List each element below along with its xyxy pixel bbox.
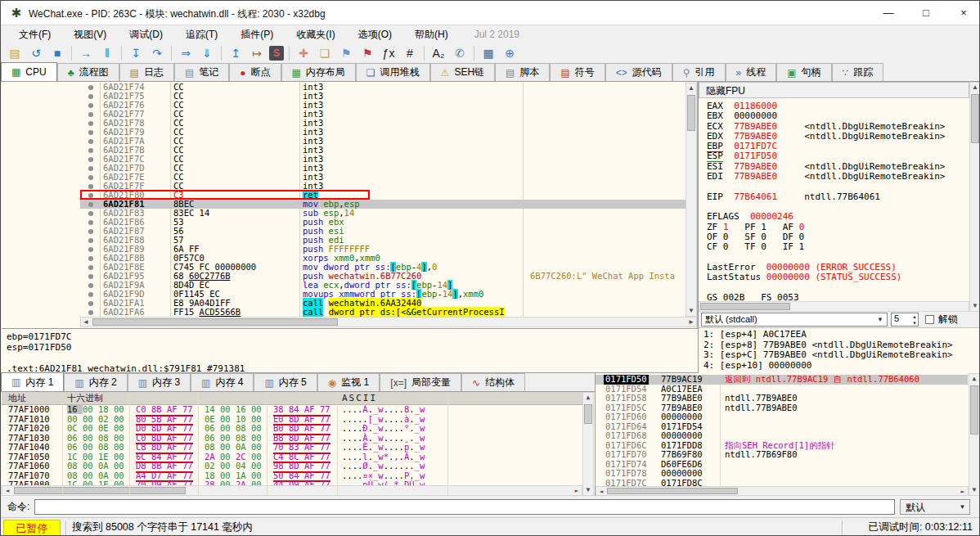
disasm-row[interactable]: 6AD21FA6FF15 ACD5566Bcall dword ptr ds:[… bbox=[80, 308, 686, 317]
dump-panel[interactable]: 地址 十六进制 ASCII 77AF100016 00 18 00C0 8B A… bbox=[2, 392, 595, 496]
restart-icon[interactable]: ↺ bbox=[27, 45, 45, 61]
stack-row[interactable]: 0171FD640171FD54 bbox=[596, 422, 968, 432]
tab-cpu[interactable]: ▦CPU bbox=[1, 62, 57, 81]
run-to-user-code-icon[interactable]: ↦ bbox=[248, 45, 266, 61]
disasm-row[interactable]: 6AD21F74CCint3 bbox=[80, 83, 686, 92]
registers-hscrollbar[interactable] bbox=[699, 301, 969, 312]
tab-notes[interactable]: ▤笔记 bbox=[174, 63, 229, 81]
step-into-icon[interactable]: ↧ bbox=[127, 45, 145, 61]
close-button[interactable]: × bbox=[946, 1, 980, 25]
menu-file[interactable]: 文件(F) bbox=[11, 27, 59, 42]
tab-call-stack[interactable]: ❏调用堆栈 bbox=[356, 63, 430, 81]
run-icon[interactable]: → bbox=[77, 45, 95, 61]
tab-symbols[interactable]: ▤符号 bbox=[550, 63, 605, 81]
disasm-row[interactable]: 6AD21F896A FFpush FFFFFFFF bbox=[80, 245, 686, 254]
stop-icon[interactable]: ■ bbox=[48, 45, 66, 61]
tab-memory-map[interactable]: ▦内存布局 bbox=[281, 63, 356, 81]
disasm-row[interactable]: 6AD21F7CCCint3 bbox=[80, 155, 686, 164]
disasm-vscrollbar[interactable]: ▲ ▼ bbox=[686, 83, 697, 317]
tab-locals[interactable]: [x=]局部变量 bbox=[380, 373, 461, 391]
stack-row[interactable]: 0171FD6C0171FDD8指向SEH_Record[1]的指针 bbox=[596, 441, 968, 451]
breakpoint-dot-icon[interactable] bbox=[88, 301, 93, 306]
label-icon[interactable]: ⚑ bbox=[337, 45, 355, 61]
breakpoint-dot-icon[interactable] bbox=[88, 229, 93, 234]
scroll-up-arrow[interactable]: ▲ bbox=[686, 83, 696, 93]
disasm-row[interactable]: 6AD21F818BECmov ebp,esp bbox=[80, 200, 686, 209]
scroll-down-arrow[interactable]: ▼ bbox=[686, 306, 696, 316]
breakpoint-dot-icon[interactable] bbox=[88, 130, 93, 135]
registers-vscrollbar[interactable]: ▲ ▼ bbox=[969, 82, 980, 312]
disasm-row[interactable]: 6AD21F78CCint3 bbox=[80, 119, 686, 128]
disasm-row[interactable]: 6AD21F8857push edi bbox=[80, 236, 686, 245]
stack-row[interactable]: 0171FD7077B69F80ntdll.77B69F80 bbox=[596, 450, 968, 460]
menu-options[interactable]: 选项(O) bbox=[350, 27, 400, 42]
tab-dump-2[interactable]: ▥内存 2 bbox=[64, 373, 127, 391]
tab-log[interactable]: ▤日志 bbox=[119, 63, 174, 81]
stack-row[interactable]: 0171FD5077B9AC19返回到 ntdll.77B9AC19 自 ntd… bbox=[596, 375, 968, 385]
unlock-checkbox[interactable] bbox=[925, 315, 934, 324]
argument-count-stepper[interactable]: 5 ▲▼ bbox=[891, 313, 919, 327]
assemble-icon[interactable]: A₂ bbox=[429, 45, 447, 61]
bookmark-icon[interactable]: ⚑ bbox=[358, 45, 376, 61]
command-script-select[interactable]: 默认 ▼ bbox=[900, 499, 970, 515]
tab-threads[interactable]: »线程 bbox=[726, 63, 777, 81]
arguments-view[interactable]: 1: [esp+4] A0C17EEA2: [esp+8] 77B9ABE0 <… bbox=[699, 327, 980, 373]
disasm-row[interactable]: 6AD21F80C3ret bbox=[80, 191, 686, 200]
register-list[interactable]: EAX 01186000EBX 00000000ECX 77B9ABE0 <nt… bbox=[707, 101, 969, 301]
stack-row[interactable]: 0171FD5C77B9ABE0ntdll.77B9ABE0 bbox=[596, 403, 968, 413]
disasm-hscrollbar[interactable]: ◄ ► bbox=[80, 317, 697, 327]
tab-references[interactable]: ⚲引用 bbox=[672, 63, 726, 81]
breakpoint-dot-icon[interactable] bbox=[88, 292, 93, 297]
disasm-row[interactable]: 6AD21F79CCint3 bbox=[80, 128, 686, 137]
comment-icon[interactable]: ❏ bbox=[316, 45, 334, 61]
disasm-row[interactable]: 6AD21F8756push esi bbox=[80, 227, 686, 236]
tab-dump-3[interactable]: ▥内存 3 bbox=[128, 373, 191, 391]
hide-fpu-button[interactable]: 隐藏FPU bbox=[699, 82, 969, 98]
hash-icon[interactable]: # bbox=[401, 45, 419, 61]
stack-row[interactable]: 0171FD5877B9ABE0ntdll.77B9ABE0 bbox=[596, 394, 968, 403]
logger-icon[interactable]: ✆ bbox=[451, 45, 469, 61]
dump-hscrollbar[interactable]: ◄ ► bbox=[2, 485, 582, 496]
disasm-row[interactable]: 6AD21F7ECCint3 bbox=[80, 173, 686, 182]
breakpoint-dot-icon[interactable] bbox=[88, 310, 93, 315]
breakpoint-dot-icon[interactable] bbox=[88, 283, 93, 288]
stack-panel[interactable]: 0171FD5077B9AC19返回到 ntdll.77B9AC19 自 ntd… bbox=[595, 373, 980, 496]
breakpoint-dot-icon[interactable] bbox=[88, 211, 93, 216]
favourites-globe-icon[interactable]: ⊕ bbox=[501, 45, 519, 61]
stack-row[interactable]: 0171FD7800000000 bbox=[596, 469, 968, 479]
animate-into-icon[interactable]: ⇒ bbox=[177, 45, 195, 61]
disasm-row[interactable]: 6AD21F8653push ebx bbox=[80, 218, 686, 227]
execute-till-return-icon[interactable]: ↥ bbox=[227, 45, 245, 61]
breakpoint-dot-icon[interactable] bbox=[88, 166, 93, 171]
pause-icon[interactable]: ‖ bbox=[98, 45, 116, 61]
tab-graph[interactable]: ♣流程图 bbox=[57, 63, 119, 81]
tab-breakpoints[interactable]: ●断点 bbox=[229, 63, 281, 81]
breakpoint-dot-icon[interactable] bbox=[88, 274, 93, 279]
tab-dump-5[interactable]: ▥内存 5 bbox=[254, 373, 317, 391]
breakpoint-dot-icon[interactable] bbox=[88, 157, 93, 162]
breakpoint-dot-icon[interactable] bbox=[88, 202, 93, 207]
tab-dump-4[interactable]: ▥内存 4 bbox=[191, 373, 254, 391]
stack-row[interactable]: 0171FD54A0C17EEA bbox=[596, 385, 968, 394]
stack-hscrollbar[interactable]: ◄ ► bbox=[596, 486, 969, 496]
calculator-icon[interactable]: ▦ bbox=[479, 45, 497, 61]
disasm-row[interactable]: 6AD21F7DCCint3 bbox=[80, 164, 686, 173]
step-down-icon[interactable]: ⇓ bbox=[198, 45, 216, 61]
breakpoint-dot-icon[interactable] bbox=[88, 256, 93, 261]
tab-struct[interactable]: ∿结构体 bbox=[461, 373, 525, 391]
breakpoint-dot-icon[interactable] bbox=[88, 265, 93, 270]
tab-script[interactable]: ▤脚本 bbox=[495, 63, 550, 81]
open-icon[interactable]: ▤ bbox=[6, 45, 24, 61]
disasm-row[interactable]: 6AD21F76CCint3 bbox=[80, 101, 686, 110]
stack-vscrollbar[interactable]: ▲ ▼ bbox=[969, 373, 980, 496]
breakpoint-dot-icon[interactable] bbox=[88, 184, 93, 189]
menu-debug[interactable]: 调试(D) bbox=[121, 27, 171, 42]
breakpoint-dot-icon[interactable] bbox=[88, 139, 93, 144]
function-icon[interactable]: ƒx bbox=[380, 45, 398, 61]
breakpoint-dot-icon[interactable] bbox=[88, 85, 93, 90]
calling-convention-select[interactable]: 默认 (stdcall) ▼ bbox=[701, 313, 888, 327]
tab-dump-1[interactable]: ▥内存 1 bbox=[1, 372, 64, 391]
breakpoint-dot-icon[interactable] bbox=[88, 94, 93, 99]
tab-source[interactable]: <>源代码 bbox=[605, 63, 672, 81]
tab-handles[interactable]: ▣句柄 bbox=[776, 63, 831, 81]
